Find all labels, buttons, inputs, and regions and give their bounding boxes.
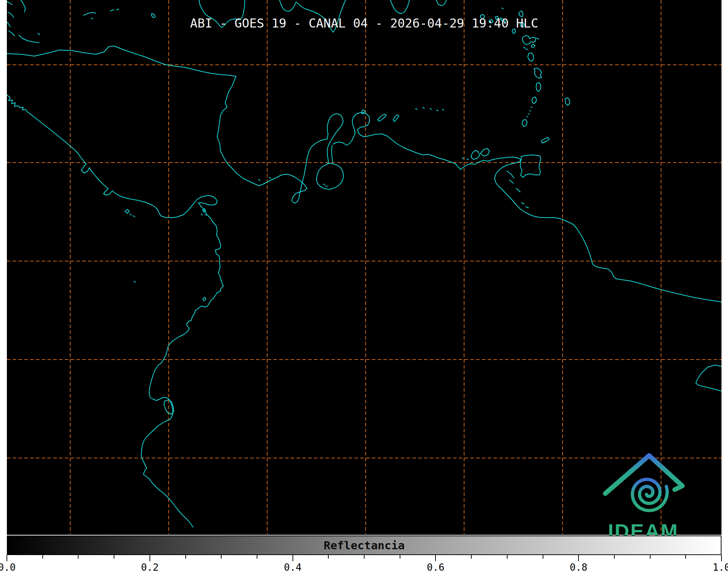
minor-tick	[650, 555, 651, 559]
minor-tick	[257, 555, 257, 559]
coastline-path	[507, 171, 514, 178]
image-title: ABI - GOES 19 - CANAL 04 - 2026-04-29 19…	[7, 16, 721, 30]
minor-tick	[221, 555, 222, 559]
coastline-path	[110, 10, 114, 11]
coastline-path	[480, 148, 489, 156]
coastline-path	[502, 8, 503, 9]
minor-tick	[685, 555, 686, 559]
colorbar-tick-labels: 0.00.20.40.60.81.0	[0, 562, 728, 571]
coastline-path	[436, 0, 446, 6]
coastline-path	[38, 33, 40, 35]
coastline-path	[134, 281, 135, 282]
coastline-path	[536, 38, 539, 39]
coastline-path	[528, 114, 529, 114]
minor-tick	[114, 555, 114, 559]
ideam-mountain-icon	[605, 455, 682, 511]
coastline-path	[437, 110, 438, 111]
coastline-path	[541, 138, 549, 143]
coastline-path	[527, 116, 528, 117]
minor-tick	[507, 555, 508, 559]
ideam-logo: IDEAM	[597, 445, 691, 536]
coastline-path	[84, 12, 96, 15]
coastline-path	[201, 214, 202, 215]
coastline-path	[696, 365, 721, 391]
tick-label: 0.2	[141, 562, 159, 571]
minor-tick	[614, 555, 615, 559]
major-tick	[435, 555, 436, 561]
coastline-path	[9, 31, 14, 36]
coastline-path	[523, 47, 525, 48]
coastline-path	[125, 209, 129, 213]
coastline-path	[430, 109, 432, 109]
coastline-path	[7, 46, 343, 203]
colorbar-tick-marks	[7, 555, 721, 562]
left-margin	[0, 0, 7, 571]
major-tick	[293, 555, 293, 561]
coastline-path	[332, 146, 333, 162]
right-margin	[721, 0, 728, 571]
coastline-path	[326, 186, 327, 187]
tick-label: 0.6	[427, 562, 445, 571]
coastline-path	[133, 216, 135, 217]
tick-label: 0.4	[284, 562, 302, 571]
coastline-path	[516, 188, 520, 192]
coastline-path	[7, 95, 223, 527]
major-tick	[7, 555, 7, 561]
satellite-image-viewport: ABI - GOES 19 - CANAL 04 - 2026-04-29 19…	[0, 0, 728, 571]
coastline-path	[323, 184, 325, 185]
coastline-path	[393, 115, 399, 122]
coastline-path	[521, 203, 524, 204]
coastline-path	[442, 109, 444, 110]
coastline-path	[416, 109, 417, 109]
minor-tick	[471, 555, 472, 559]
coastline-path	[530, 110, 531, 111]
coastline-path	[258, 180, 260, 180]
major-tick	[150, 555, 150, 561]
colorbar-label: Reflectancia	[8, 536, 721, 554]
coastline-path	[316, 163, 344, 189]
coastline-path	[509, 180, 513, 183]
coastline-path	[531, 44, 535, 47]
coastline-path	[532, 97, 536, 104]
coastline-path	[390, 0, 409, 14]
coastline-path	[526, 49, 527, 50]
coastline-path	[423, 108, 424, 108]
coastline-path	[205, 214, 206, 215]
coastline-path	[21, 0, 25, 12]
minor-tick	[328, 555, 329, 559]
coastline-path	[117, 9, 119, 10]
tick-label: 0.8	[570, 562, 588, 571]
coastline-path	[522, 119, 527, 127]
major-tick	[721, 555, 722, 561]
coastline-path	[528, 53, 534, 61]
coastline-path	[203, 297, 206, 301]
minor-tick	[78, 555, 79, 559]
coastline-path	[19, 35, 39, 43]
coastline-path	[471, 150, 480, 159]
minor-tick	[364, 555, 365, 559]
tick-label: 0.0	[0, 562, 16, 571]
minor-tick	[185, 555, 186, 559]
coastline-path	[269, 177, 271, 178]
coastline-path	[531, 107, 532, 108]
coastline-path	[534, 68, 542, 78]
coastline-path	[520, 155, 541, 177]
minor-tick	[543, 555, 543, 559]
coastline-path	[536, 83, 541, 92]
coastline-path	[378, 114, 386, 121]
coastline-path	[522, 35, 536, 45]
coastline-path	[565, 98, 570, 105]
coastline-path	[467, 159, 468, 160]
coastline-path	[526, 207, 529, 208]
major-tick	[578, 555, 579, 561]
minor-tick	[400, 555, 400, 559]
ideam-spiral-icon	[632, 479, 667, 511]
coastline-path	[130, 214, 131, 215]
coastline-path	[462, 158, 464, 159]
minor-tick	[42, 555, 43, 559]
reflectance-colorbar: Reflectancia	[7, 536, 721, 555]
tick-label: 1.0	[713, 562, 728, 571]
